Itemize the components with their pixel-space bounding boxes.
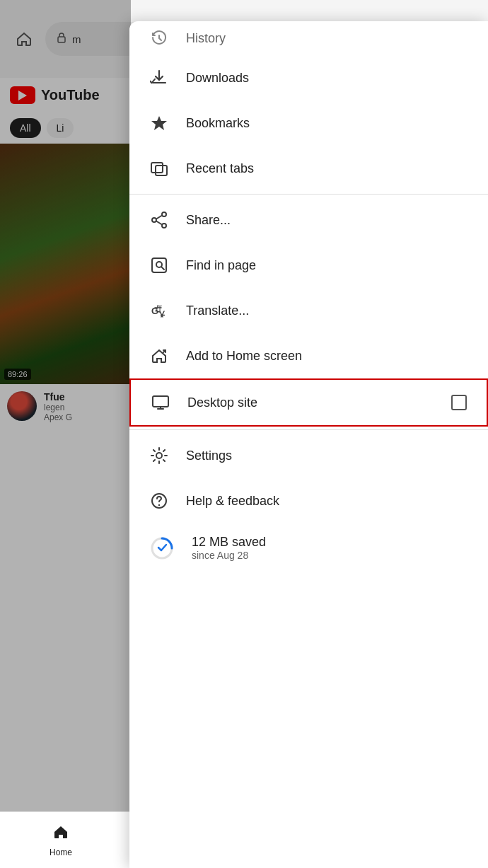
home-nav-icon (52, 823, 69, 845)
menu-item-find[interactable]: Find in page (129, 243, 488, 288)
help-icon (149, 491, 169, 511)
downloads-label: Downloads (186, 71, 468, 86)
add-home-label: Add to Home screen (186, 349, 468, 364)
menu-item-downloads[interactable]: Downloads (129, 55, 488, 100)
history-icon (149, 28, 169, 48)
desktop-site-checkbox[interactable] (451, 395, 467, 410)
nav-home[interactable]: Home (36, 823, 86, 857)
divider-2 (129, 429, 488, 430)
svg-rect-3 (156, 166, 167, 175)
recent-tabs-icon (149, 158, 169, 178)
svg-point-15 (156, 453, 162, 458)
settings-label: Settings (186, 449, 468, 463)
svg-line-8 (156, 221, 162, 225)
add-home-icon (149, 346, 169, 366)
divider-1 (129, 194, 488, 195)
dropdown-menu: History Downloads Bookmarks (129, 21, 488, 868)
data-saved-since: since Aug 28 (192, 550, 266, 561)
menu-item-history[interactable]: History (129, 21, 488, 55)
overlay-dim (0, 0, 131, 868)
downloads-icon (149, 68, 169, 88)
menu-item-help[interactable]: Help & feedback (129, 478, 488, 523)
data-saved-item[interactable]: 12 MB saved since Aug 28 (129, 523, 488, 572)
svg-point-17 (158, 504, 160, 506)
bookmarks-label: Bookmarks (186, 116, 468, 131)
menu-item-recent-tabs[interactable]: Recent tabs (129, 146, 488, 191)
nav-home-label: Home (50, 847, 72, 857)
svg-line-7 (156, 216, 162, 219)
svg-rect-2 (151, 163, 163, 173)
menu-item-bookmarks[interactable]: Bookmarks (129, 100, 488, 146)
desktop-site-label: Desktop site (187, 395, 434, 410)
data-saved-amount: 12 MB saved (192, 535, 266, 550)
settings-icon (149, 446, 169, 465)
recent-tabs-label: Recent tabs (186, 161, 468, 176)
svg-point-4 (162, 212, 166, 216)
menu-item-translate[interactable]: G T Translate... (129, 288, 488, 333)
data-saved-icon (149, 536, 175, 561)
bookmarks-icon (149, 113, 169, 133)
translate-icon: G T (149, 301, 169, 320)
desktop-icon (151, 393, 170, 412)
menu-item-settings[interactable]: Settings (129, 433, 488, 478)
help-label: Help & feedback (186, 494, 468, 509)
find-icon (149, 255, 169, 275)
menu-item-add-home[interactable]: Add to Home screen (129, 333, 488, 378)
svg-rect-14 (153, 396, 168, 407)
svg-marker-1 (151, 116, 167, 130)
data-saved-text: 12 MB saved since Aug 28 (192, 535, 266, 561)
translate-label: Translate... (186, 303, 468, 318)
menu-item-desktop-site[interactable]: Desktop site (129, 378, 488, 427)
svg-line-11 (161, 267, 164, 270)
share-label: Share... (186, 213, 468, 228)
share-icon (149, 210, 169, 230)
svg-point-5 (152, 218, 156, 222)
history-label: History (186, 31, 468, 46)
svg-point-6 (162, 224, 166, 228)
find-label: Find in page (186, 258, 468, 273)
menu-item-share[interactable]: Share... (129, 197, 488, 243)
